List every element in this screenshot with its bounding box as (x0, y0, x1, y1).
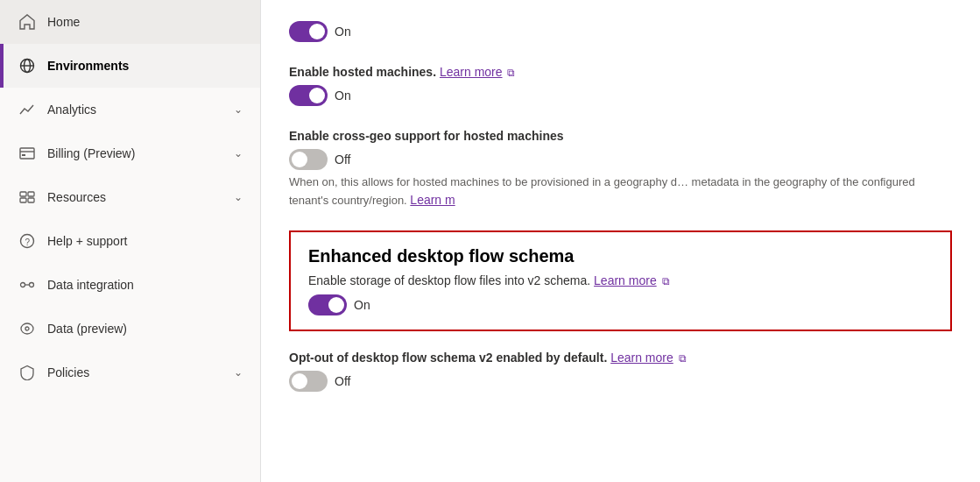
enhanced-schema-desc-text: Enable storage of desktop flow files int… (308, 273, 590, 287)
sidebar-item-data-integration-label: Data integration (47, 278, 243, 292)
hosted-machines-toggle-thumb (309, 88, 325, 103)
svg-text:?: ? (25, 237, 31, 247)
policies-chevron-icon: ⌄ (234, 366, 243, 379)
toggle-row-1: On (289, 21, 952, 42)
policies-icon (18, 363, 37, 382)
sidebar: Home Environments Analytics ⌄ (0, 0, 261, 482)
analytics-icon (18, 100, 37, 119)
cross-geo-section: Enable cross-geo support for hosted mach… (289, 127, 952, 209)
optout-section: Opt-out of desktop flow schema v2 enable… (289, 349, 952, 392)
svg-rect-7 (28, 192, 34, 196)
svg-rect-3 (20, 148, 34, 159)
data-preview-icon (18, 319, 37, 338)
sidebar-item-environments[interactable]: Environments (0, 44, 260, 88)
main-content: On Enable hosted machines. Learn more ⧉ … (261, 0, 980, 482)
sidebar-item-data-preview-label: Data (preview) (47, 322, 243, 336)
optout-toggle-wrap: Off (289, 371, 952, 392)
sidebar-item-help[interactable]: ? Help + support (0, 219, 260, 263)
hosted-machines-external-icon: ⧉ (507, 67, 515, 79)
optout-toggle-label: Off (335, 374, 350, 388)
enhanced-schema-toggle-label: On (354, 298, 370, 312)
svg-point-14 (25, 327, 29, 330)
optout-toggle-thumb (292, 373, 307, 389)
billing-chevron-icon: ⌄ (234, 147, 243, 159)
hosted-machines-label: Enable hosted machines. Learn more ⧉ (289, 63, 515, 82)
hosted-machines-bold: Enable hosted machines. (289, 65, 436, 79)
enhanced-schema-title: Enhanced desktop flow schema (308, 246, 933, 266)
cross-geo-bold: Enable cross-geo support for hosted mach… (289, 129, 564, 143)
analytics-chevron-icon: ⌄ (234, 103, 243, 116)
sidebar-item-billing[interactable]: Billing (Preview) ⌄ (0, 131, 260, 175)
hosted-machines-toggle[interactable] (289, 85, 328, 106)
cross-geo-label: Enable cross-geo support for hosted mach… (289, 127, 564, 145)
enhanced-schema-section: Enhanced desktop flow schema Enable stor… (289, 230, 952, 331)
svg-rect-5 (22, 154, 25, 156)
optout-toggle[interactable] (289, 371, 328, 392)
svg-rect-6 (20, 192, 26, 196)
svg-point-12 (21, 283, 25, 287)
enhanced-schema-toggle-thumb (328, 297, 344, 313)
cross-geo-row: Enable cross-geo support for hosted mach… (289, 127, 952, 145)
sidebar-item-environments-label: Environments (47, 59, 243, 73)
toggle-1-label: On (335, 25, 351, 39)
sidebar-item-home[interactable]: Home (0, 0, 260, 44)
cross-geo-toggle-wrap: Off (289, 149, 952, 170)
globe-icon (18, 56, 37, 75)
hosted-machines-toggle-label: On (335, 89, 351, 103)
home-icon (18, 12, 37, 32)
svg-point-13 (30, 283, 34, 287)
optout-row: Opt-out of desktop flow schema v2 enable… (289, 349, 952, 367)
cross-geo-description: When on, this allows for hosted machines… (289, 174, 952, 209)
cross-geo-toggle[interactable] (289, 149, 328, 170)
resources-icon (18, 188, 37, 207)
sidebar-item-policies[interactable]: Policies ⌄ (0, 351, 260, 394)
sidebar-item-analytics-label: Analytics (47, 103, 234, 117)
resources-chevron-icon: ⌄ (234, 191, 243, 203)
cross-geo-toggle-label: Off (335, 152, 350, 167)
hosted-machines-toggle-wrap: On (289, 85, 952, 106)
enhanced-schema-external-icon: ⧉ (662, 275, 670, 287)
enhanced-schema-learn-more[interactable]: Learn more (594, 273, 657, 287)
billing-icon (18, 144, 37, 163)
svg-rect-8 (20, 198, 26, 202)
sidebar-item-resources-label: Resources (47, 190, 234, 204)
toggle-thumb-1 (309, 24, 325, 39)
enhanced-schema-desc: Enable storage of desktop flow files int… (308, 273, 933, 287)
sidebar-item-billing-label: Billing (Preview) (47, 146, 234, 160)
optout-learn-more[interactable]: Learn more (610, 351, 673, 365)
sidebar-item-data-preview[interactable]: Data (preview) (0, 307, 260, 351)
toggle-1[interactable] (289, 21, 328, 42)
sidebar-item-home-label: Home (47, 15, 243, 29)
sidebar-item-analytics[interactable]: Analytics ⌄ (0, 88, 260, 131)
cross-geo-toggle-thumb (292, 152, 307, 167)
toggle-section-1: On (289, 21, 952, 42)
data-integration-icon (18, 275, 37, 294)
cross-geo-learn-more[interactable]: Learn m (410, 193, 455, 207)
hosted-machines-row: Enable hosted machines. Learn more ⧉ (289, 63, 952, 82)
enhanced-schema-toggle[interactable] (308, 294, 347, 315)
optout-external-icon: ⧉ (679, 352, 687, 365)
sidebar-item-policies-label: Policies (47, 365, 234, 379)
help-icon: ? (18, 231, 37, 251)
sidebar-item-resources[interactable]: Resources ⌄ (0, 175, 260, 219)
optout-bold: Opt-out of desktop flow schema v2 enable… (289, 351, 607, 365)
svg-rect-9 (28, 198, 34, 202)
sidebar-item-help-label: Help + support (47, 234, 243, 248)
enhanced-schema-toggle-wrap: On (308, 294, 933, 315)
hosted-machines-section: Enable hosted machines. Learn more ⧉ On (289, 63, 952, 106)
hosted-machines-learn-more[interactable]: Learn more (440, 65, 503, 79)
optout-label: Opt-out of desktop flow schema v2 enable… (289, 349, 687, 367)
sidebar-item-data-integration[interactable]: Data integration (0, 263, 260, 307)
